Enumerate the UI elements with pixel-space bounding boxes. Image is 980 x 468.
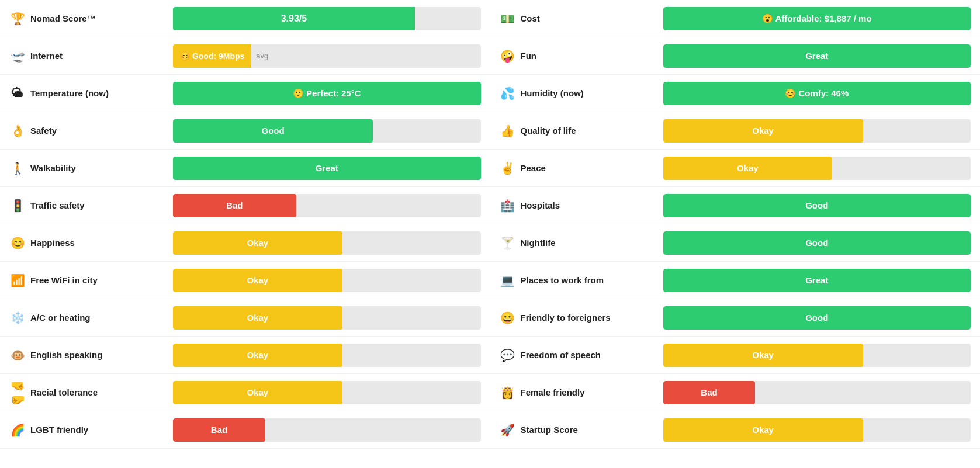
table-row: 💬Freedom of speechOkay [490,337,981,374]
row-label: 👸Female friendly [500,386,663,400]
bar-container: Good [663,231,971,255]
left-column: 🏆Nomad Score™3.93/5🛫Internet😊 Good: 9Mbp… [0,0,490,449]
bar-fill: Okay [663,418,863,442]
internet-suffix: avg [251,44,480,68]
row-icon: 📶 [9,273,26,287]
bar-container: Okay [663,119,971,143]
right-column: 💵Cost😮 Affordable: $1,887 / mo🤪FunGreat💦… [490,0,981,449]
row-icon: 🚦 [9,199,26,213]
table-row: 🏥HospitalsGood [490,187,981,224]
bar-fill: Bad [663,381,756,404]
internet-bar: 😊 Good: 9Mbpsavg [173,44,481,68]
row-label-text: Startup Score [521,425,578,435]
row-label: ✌️Peace [500,161,663,175]
row-icon: 🏥 [500,199,516,213]
table-row: 🚀Startup ScoreOkay [490,411,981,449]
row-label: 🤪Fun [500,49,663,63]
table-row: 🛫Internet😊 Good: 9Mbpsavg [0,37,490,75]
table-row: ✌️PeaceOkay [490,150,981,187]
row-icon: 🍸 [500,236,516,250]
row-label-text: Humidity (now) [521,88,584,98]
table-row: ❄️A/C or heatingOkay [0,299,490,337]
row-label: 💦Humidity (now) [500,86,663,100]
bar-container: 🙂 Perfect: 25°C [173,82,481,105]
bar-fill: Okay [173,231,342,255]
bar-fill: Okay [663,344,863,367]
row-label: 🚦Traffic safety [9,199,173,213]
bar-container: Okay [663,157,971,180]
bar-container: Okay [173,269,481,292]
row-label-text: English speaking [30,350,102,360]
bar-fill: Bad [173,418,265,442]
row-icon: 💦 [500,86,516,100]
row-icon: 🤪 [500,49,516,63]
table-row: 🍸NightlifeGood [490,224,981,262]
row-label-text: Nightlife [521,238,556,248]
row-label: 🏥Hospitals [500,199,663,213]
row-label-text: Hospitals [521,200,560,210]
bar-fill: Okay [663,157,833,180]
bar-container: Okay [173,306,481,330]
row-label: 🍸Nightlife [500,236,663,250]
row-icon: 💬 [500,348,516,362]
row-label-text: Quality of life [521,126,576,136]
row-icon: 🏆 [9,12,26,26]
row-label: 🛫Internet [9,49,173,63]
main-grid: 🏆Nomad Score™3.93/5🛫Internet😊 Good: 9Mbp… [0,0,980,449]
score-bar: 3.93/5 [173,7,481,30]
bar-container: Okay [663,344,971,367]
row-label: 💵Cost [500,12,663,26]
row-icon: ✌️ [500,161,516,175]
bar-container: Good [663,194,971,217]
row-label-text: LGBT friendly [30,425,88,435]
row-label-text: Cost [521,13,540,23]
row-label-text: Walkability [30,163,76,173]
bar-fill: Great [663,44,971,68]
row-label: 🏆Nomad Score™ [9,12,173,26]
row-icon: 😊 [9,236,26,250]
bar-container: Okay [173,231,481,255]
bar-fill: 😊 Comfy: 46% [663,82,971,105]
table-row: 🌥Temperature (now)🙂 Perfect: 25°C [0,75,490,112]
row-label: ❄️A/C or heating [9,311,173,325]
score-rest [415,7,481,30]
bar-container: Bad [663,381,971,404]
bar-fill: Okay [173,306,342,330]
table-row: 🏆Nomad Score™3.93/5 [0,0,490,37]
table-row: 😊HappinessOkay [0,224,490,262]
table-row: 🐵English speakingOkay [0,337,490,374]
row-icon: 💻 [500,273,516,287]
row-label: 😊Happiness [9,236,173,250]
row-label: 🐵English speaking [9,348,173,362]
bar-container: Great [663,44,971,68]
bar-fill: Great [663,269,971,292]
table-row: 🚦Traffic safetyBad [0,187,490,224]
row-label: 🤜🤛Racial tolerance [9,379,173,407]
table-row: 💵Cost😮 Affordable: $1,887 / mo [490,0,981,37]
bar-container: Okay [173,381,481,404]
bar-container: Good [663,306,971,330]
bar-container: Bad [173,418,481,442]
row-label-text: Female friendly [521,387,585,397]
row-icon: 🤜🤛 [9,379,26,407]
table-row: 🌈LGBT friendlyBad [0,411,490,449]
table-row: 💦Humidity (now)😊 Comfy: 46% [490,75,981,112]
row-label: 😀Friendly to foreigners [500,311,663,325]
table-row: 😀Friendly to foreignersGood [490,299,981,337]
table-row: 📶Free WiFi in cityOkay [0,262,490,299]
row-label: 📶Free WiFi in city [9,273,173,287]
row-label-text: Fun [521,51,537,61]
row-icon: 👌 [9,124,26,138]
row-icon: 😀 [500,311,516,325]
score-fill: 3.93/5 [173,7,415,30]
row-label-text: Internet [30,51,63,61]
row-label: 🚀Startup Score [500,423,663,437]
bar-fill: 😮 Affordable: $1,887 / mo [663,7,971,30]
table-row: 🚶WalkabilityGreat [0,150,490,187]
row-label-text: Racial tolerance [30,387,98,397]
row-label-text: Friendly to foreigners [521,313,611,323]
row-icon: 👍 [500,124,516,138]
bar-container: Great [173,157,481,180]
bar-fill: Okay [173,269,342,292]
bar-fill: Great [173,157,481,180]
